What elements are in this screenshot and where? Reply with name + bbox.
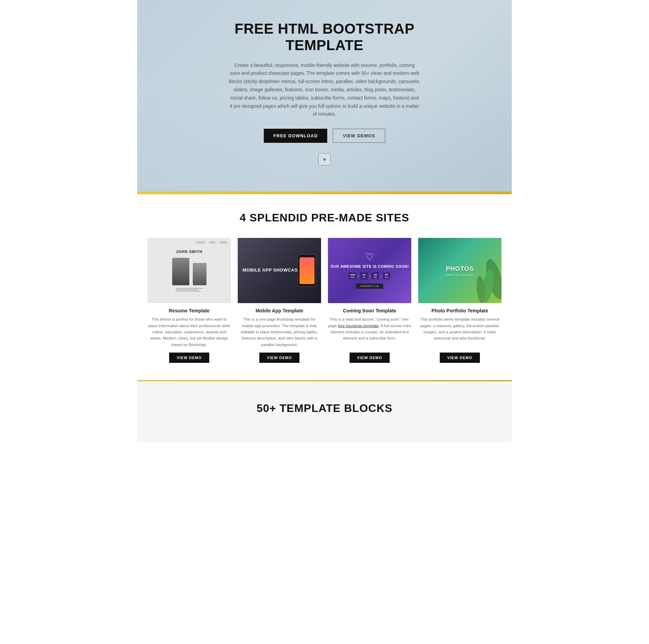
card-mobile: MOBILE APP SHOWCASE Mobile App Template …: [238, 238, 321, 366]
card-portfolio-demo-button[interactable]: VIEW DEMO: [440, 353, 480, 363]
scroll-down-button[interactable]: ▾: [318, 153, 331, 165]
card-coming-btn-wrap: VIEW DEMO: [328, 353, 411, 363]
hero-buttons: FREE DOWNLOAD VIEW DEMOS: [228, 129, 421, 143]
heart-icon: ♡: [365, 252, 374, 262]
photo-thumb-subtitle: VIEW THE GALLERY: [446, 274, 474, 276]
counter-days: 318 Days: [349, 272, 356, 279]
bootstrap-template-link[interactable]: free bootstrap template: [338, 324, 378, 328]
mobile-thumb-text: MOBILE APP SHOWCASE: [243, 267, 301, 273]
coming-thumb-bg: ♡ OUR AWESOME SITE IS COMING SOON! 318 D…: [328, 238, 411, 303]
download-button[interactable]: FREE DOWNLOAD: [264, 129, 327, 143]
card-mobile-demo-button[interactable]: VIEW DEMO: [259, 353, 299, 363]
card-mobile-thumbnail: MOBILE APP SHOWCASE: [238, 238, 321, 303]
chevron-down-icon: ▾: [323, 156, 326, 163]
coming-thumb-counter: 318 Days : 10 Hrs : 18 Min :: [349, 272, 390, 279]
demos-button[interactable]: VIEW DEMOS: [333, 129, 385, 143]
counter-seconds: 57 Sec: [383, 272, 390, 279]
card-mobile-desc: This is a one-page Bootstrap template fo…: [238, 316, 321, 348]
card-resume-demo-button[interactable]: VIEW DEMO: [169, 353, 209, 363]
card-coming-demo-button[interactable]: VIEW DEMO: [350, 353, 390, 363]
card-portfolio: PHOTOS VIEW THE GALLERY Photo Portfolio …: [418, 238, 502, 366]
hero-content: FREE HTML BOOTSTRAP TEMPLATE Create a be…: [228, 21, 421, 165]
hero-section: FREE HTML BOOTSTRAP TEMPLATE Create a be…: [137, 0, 512, 193]
card-resume-desc: This theme is perfect for those who want…: [148, 316, 231, 348]
resume-thumb-name: JOHN SMITH: [176, 250, 203, 254]
card-portfolio-desc: This portfolio demo template includes se…: [418, 316, 502, 348]
card-resume-thumbnail: CONTACT ABOUT WORKS JOHN SMITH: [148, 238, 231, 303]
blocks-section-title: 50+ TEMPLATE BLOCKS: [148, 402, 502, 415]
photo-thumb-title: PHOTOS: [446, 265, 474, 273]
hero-description: Create a beautiful, responsive, mobile-f…: [228, 61, 421, 119]
coming-cta-button[interactable]: CONTACT US: [356, 284, 383, 289]
photo-thumb-bg: PHOTOS VIEW THE GALLERY: [418, 238, 502, 303]
coming-thumb-title: OUR AWESOME SITE IS COMING SOON!: [330, 264, 409, 269]
photo-thumb-content: PHOTOS VIEW THE GALLERY: [446, 265, 474, 276]
card-mobile-btn-wrap: VIEW DEMO: [238, 353, 321, 363]
card-portfolio-name: Photo Portfolio Template: [418, 308, 502, 313]
card-coming-soon: ♡ OUR AWESOME SITE IS COMING SOON! 318 D…: [328, 238, 411, 366]
card-coming-desc: This is a neat and laconic "coming soon"…: [328, 316, 411, 348]
card-coming-thumbnail: ♡ OUR AWESOME SITE IS COMING SOON! 318 D…: [328, 238, 411, 303]
premade-section-title: 4 SPLENDID PRE-MADE SITES: [148, 211, 502, 224]
hero-title: FREE HTML BOOTSTRAP TEMPLATE: [228, 21, 421, 54]
card-resume-btn-wrap: VIEW DEMO: [148, 353, 231, 363]
card-resume-name: Resume Template: [148, 308, 231, 313]
photo-thumb-plant-svg: [474, 258, 502, 303]
counter-hours: 10 Hrs: [360, 272, 368, 279]
card-coming-name: Coming Soon Template: [328, 308, 411, 313]
mobile-thumb-phone: [297, 254, 316, 287]
hero-bottom-accent: [137, 192, 512, 193]
mobile-phone-screen: [299, 257, 315, 284]
resume-thumb-lines: [176, 288, 203, 291]
resume-thumb-bg: CONTACT ABOUT WORKS JOHN SMITH: [148, 238, 231, 303]
resume-thumb-nav: CONTACT ABOUT WORKS: [148, 241, 231, 244]
card-mobile-name: Mobile App Template: [238, 308, 321, 313]
card-portfolio-btn-wrap: VIEW DEMO: [418, 353, 502, 363]
premade-section: 4 SPLENDID PRE-MADE SITES CONTACT ABOUT …: [137, 194, 512, 380]
counter-minutes: 18 Min: [371, 272, 379, 279]
card-portfolio-thumbnail: PHOTOS VIEW THE GALLERY: [418, 238, 502, 303]
mobile-thumb-bg: MOBILE APP SHOWCASE: [238, 238, 321, 303]
cards-grid: CONTACT ABOUT WORKS JOHN SMITH: [148, 238, 502, 366]
card-resume: CONTACT ABOUT WORKS JOHN SMITH: [148, 238, 231, 366]
resume-thumb-person: JOHN SMITH: [148, 238, 231, 303]
blocks-section: 50+ TEMPLATE BLOCKS: [137, 381, 512, 442]
